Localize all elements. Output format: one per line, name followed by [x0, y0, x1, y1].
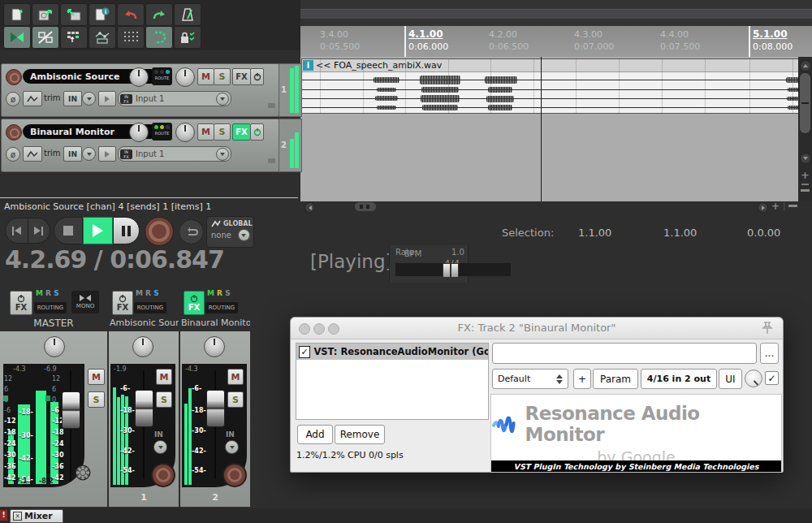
scroll-left-button[interactable] — [304, 202, 315, 213]
record-arm-button[interactable] — [6, 69, 22, 85]
close-tab-icon[interactable]: × — [13, 512, 22, 521]
global-automation-box[interactable]: GLOBAL none — [206, 216, 254, 248]
route-button[interactable]: ROUTE — [152, 123, 172, 140]
input-fx-group[interactable]: INFX Input 1 — [118, 146, 231, 162]
more-options-button[interactable]: ... — [760, 343, 779, 364]
monitor-button[interactable] — [98, 146, 116, 162]
mute-button[interactable]: M — [227, 369, 244, 385]
hscroll-thumb[interactable] — [355, 202, 376, 211]
solo-button[interactable]: S — [156, 391, 172, 408]
fader[interactable] — [206, 390, 225, 427]
master-settings-gear[interactable] — [73, 463, 93, 482]
pin-icon[interactable] — [760, 320, 775, 336]
master-solo-button[interactable]: S — [88, 391, 105, 408]
fx-bypass-button[interactable] — [250, 123, 264, 140]
go-to-start-button[interactable] — [5, 218, 28, 244]
record-button[interactable] — [145, 217, 174, 246]
record-arm-button[interactable] — [151, 463, 175, 487]
record-arm-button[interactable] — [222, 463, 247, 487]
auto-crossfade-button[interactable] — [3, 26, 31, 49]
input-dropdown[interactable] — [82, 147, 96, 161]
rate-value[interactable]: 1.0 — [451, 248, 464, 257]
fx-button[interactable]: FX — [232, 68, 251, 85]
param-button[interactable]: Param — [593, 369, 638, 389]
stop-button[interactable] — [54, 217, 83, 244]
save-project-button[interactable] — [60, 3, 88, 26]
solo-button[interactable]: S — [227, 391, 244, 408]
input-dropdown[interactable] — [225, 440, 239, 454]
mixer-strip-1[interactable]: FX M R S ROUTING Ambisonic Sour -1.9 -6-… — [109, 286, 179, 508]
selection-start[interactable]: 1.1.00 — [578, 227, 611, 239]
hzoom-in-button[interactable]: + — [771, 201, 780, 212]
wet-dry-knob[interactable] — [745, 370, 762, 387]
undo-button[interactable] — [117, 3, 145, 26]
redo-button[interactable] — [145, 3, 173, 26]
mute-button[interactable]: M — [197, 68, 214, 85]
rate-slider-handle[interactable] — [443, 263, 451, 278]
arrange-vscrollbar[interactable]: + — [798, 57, 812, 201]
fx-active-checkbox[interactable]: ✓ — [765, 371, 779, 385]
input-fx-group[interactable]: INFX Input 1 — [118, 91, 231, 106]
lock-button[interactable] — [174, 26, 201, 49]
loop-button[interactable] — [145, 26, 173, 49]
fx-list[interactable]: ✓ VST: ResonanceAudioMonitor (Goo — [296, 343, 489, 420]
monitor-button[interactable] — [98, 91, 116, 106]
media-item-header[interactable]: i << FOA_speech_ambiX.wav — [302, 59, 798, 72]
pan-knob[interactable] — [132, 336, 153, 357]
master-routing-button[interactable]: ROUTING — [34, 302, 67, 313]
item-grouping-button[interactable] — [32, 26, 59, 49]
fx-chain-window[interactable]: FX: Track 2 "Binaural Monitor" ✓ VST: Re… — [290, 317, 784, 473]
folder-icon[interactable] — [268, 103, 275, 108]
snap-button[interactable] — [117, 26, 145, 49]
repeat-button[interactable] — [179, 219, 204, 244]
master-strip-label[interactable]: MASTER — [0, 318, 107, 329]
fx-button-active[interactable]: FX — [232, 123, 251, 140]
input-dropdown[interactable] — [153, 440, 167, 454]
fx-list-item-selected[interactable]: ✓ VST: ResonanceAudioMonitor (Goo — [296, 344, 488, 360]
pan-knob[interactable] — [204, 336, 225, 357]
arrange-hscrollbar[interactable]: + | — [300, 201, 812, 213]
master-mute-button[interactable]: M — [88, 369, 105, 385]
pan-knob[interactable] — [175, 67, 195, 87]
vzoom-in-button[interactable]: + — [801, 169, 810, 181]
input-dropdown[interactable] — [82, 92, 96, 106]
solo-button[interactable]: S — [214, 123, 231, 140]
record-input-button[interactable]: IN — [63, 146, 82, 162]
track-panel-2[interactable]: Binaural Monitor ROUTE M S FX ø trim IN … — [1, 119, 279, 172]
routing-button[interactable]: ROUTING — [205, 302, 238, 313]
scroll-down-button[interactable] — [800, 153, 811, 164]
envelope-points-button[interactable] — [89, 26, 116, 49]
open-project-button[interactable] — [32, 3, 59, 26]
preset-select[interactable]: Default — [492, 369, 568, 389]
fx-button[interactable]: FX — [112, 291, 133, 315]
fx-enabled-checkbox[interactable]: ✓ — [299, 346, 310, 358]
mute-button[interactable]: M — [197, 123, 214, 140]
fx-bypass-button[interactable] — [250, 68, 264, 85]
scroll-up-button[interactable] — [800, 60, 811, 71]
vscroll-thumb[interactable] — [800, 73, 810, 133]
volume-knob[interactable] — [129, 67, 149, 87]
mute-button[interactable]: M — [156, 369, 172, 385]
master-fader[interactable] — [62, 391, 80, 429]
pan-knob[interactable] — [175, 123, 195, 142]
record-arm-button[interactable] — [6, 124, 22, 140]
track-panel-1[interactable]: Ambisonic Source ROUTE M S FX ø trim IN … — [1, 63, 279, 117]
global-dropdown[interactable] — [238, 229, 250, 241]
selection-length[interactable]: 0.0.00 — [747, 227, 780, 239]
metronome-button[interactable] — [174, 3, 201, 26]
record-input-button[interactable]: IN — [63, 91, 82, 106]
envelope-button[interactable] — [23, 146, 42, 162]
scroll-right-button[interactable] — [758, 202, 768, 213]
route-button[interactable]: ROUTE — [152, 67, 172, 85]
mixer-docker-tab[interactable]: × Mixer — [10, 509, 63, 523]
arrange-view[interactable]: i << FOA_speech_ambiX.wav — [300, 57, 798, 201]
pause-button[interactable] — [113, 217, 140, 244]
time-display[interactable]: 4.2.69 / 0:06.847 — [5, 245, 224, 274]
folder-icon[interactable] — [268, 158, 275, 163]
fader[interactable] — [135, 390, 153, 427]
master-fx-button[interactable]: FX — [10, 291, 32, 315]
fx-button-active[interactable]: FX — [184, 291, 205, 315]
mixer-strip-master[interactable]: FX M R S ROUTING MONO MASTER -4.3 -6.9 — [0, 286, 107, 508]
routing-button[interactable]: ROUTING — [134, 302, 166, 313]
io-button[interactable]: 4/16 in 2 out — [641, 369, 717, 389]
